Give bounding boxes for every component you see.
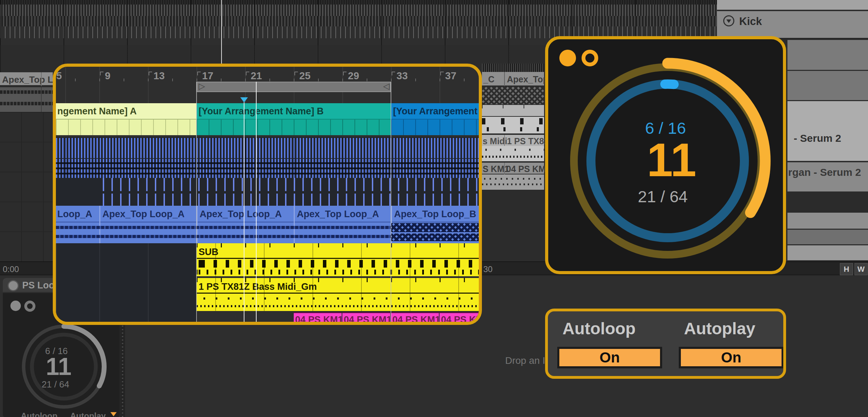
section-clip-b[interactable]: [Your Arrangement Name] B	[197, 103, 391, 135]
midi-dots	[485, 149, 544, 151]
section-clip-a[interactable]: ngement Name] A	[56, 103, 197, 135]
plugin-footer-orange-marker[interactable]	[110, 412, 117, 416]
waveform-thin	[56, 235, 391, 238]
clip-body	[197, 120, 391, 135]
dial-main-value: 11	[46, 353, 72, 381]
bar-number-label: 30	[483, 264, 493, 274]
autoloop-label: Autoloop	[562, 319, 636, 338]
midi-track-dense[interactable]	[56, 137, 479, 178]
loop-clip-label: Apex_Top Loop_A	[200, 209, 282, 220]
waveform	[0, 90, 53, 94]
beat-ruler[interactable]: 5 9 13 17 21 25 29 33 37	[56, 67, 479, 82]
background-playhead	[221, 0, 222, 64]
w-button[interactable]: W	[854, 263, 868, 275]
section-clip-b-label: [Your Arrangement Name] B	[199, 106, 324, 117]
loop-clip-label: Loop_A	[57, 209, 92, 220]
w-button-label: W	[858, 265, 865, 274]
auto-controls-callout: Autoloop Autoplay On On	[545, 309, 786, 379]
note-break	[56, 191, 479, 194]
section-clip-a-label: ngement Name] A	[57, 106, 137, 117]
background-clip-label: 04 PS KM1	[506, 164, 551, 174]
clip-body	[56, 120, 197, 135]
loop-mode-filled-icon[interactable]	[10, 301, 21, 311]
waveform-thin	[56, 226, 391, 229]
ruler-mid-ticks	[75, 79, 479, 81]
track-lane[interactable]	[787, 213, 868, 229]
background-clip-row[interactable]: s Midi 1 PS TX81	[482, 134, 544, 146]
track-lane[interactable]	[787, 245, 868, 260]
midi-dots	[482, 183, 544, 185]
background-clip[interactable]: Apex_Top Lo	[0, 72, 53, 86]
track-name-kick: Kick	[739, 15, 762, 28]
selection-boundary-line	[196, 82, 197, 325]
dial-main-value: 11	[647, 133, 696, 187]
km-clip[interactable]: 04 PS KM1	[294, 312, 342, 325]
playhead-line	[244, 101, 244, 325]
waveform-diamond	[391, 223, 479, 232]
background-midi-dots	[482, 174, 544, 190]
track-lane[interactable]	[787, 40, 868, 70]
midi-dots	[482, 156, 544, 158]
km-clip[interactable]: 04 PS KM1	[342, 312, 390, 325]
fold-triangle	[726, 19, 731, 23]
clip-body	[391, 120, 479, 135]
loop-clip-label: Apex_Top Loop_A	[102, 209, 185, 220]
midi-notes	[487, 127, 544, 131]
loop-clip-label: Apex_Top Loop_A	[297, 209, 379, 220]
pattern-lane	[482, 64, 544, 72]
background-waveform-diamonds	[482, 87, 544, 104]
background-midi-blocks	[482, 117, 544, 133]
background-clip-label: S KM1	[483, 164, 509, 174]
device-activator-icon[interactable]	[8, 280, 19, 291]
audio-loop-row: Loop_A Apex_Top Loop_A Apex_Top Loop_A A…	[56, 206, 479, 243]
autoplay-on-button[interactable]: On	[679, 347, 784, 368]
dial-bottom-value: 21 / 64	[638, 187, 688, 206]
bass-clip[interactable]: 1 PS TX81Z Bass Midi_Gm	[197, 278, 479, 311]
loop-brace-start-icon: ▷	[199, 81, 205, 91]
clip-divider	[504, 163, 505, 174]
waveform-diamond	[391, 234, 479, 241]
midi-dots	[484, 178, 544, 180]
km-clip[interactable]: 04 PS KM1	[440, 312, 479, 325]
h-button[interactable]: H	[840, 263, 853, 275]
bar-lines	[56, 137, 479, 178]
playhead-marker-icon[interactable]	[240, 97, 248, 103]
clip-divider	[504, 135, 505, 147]
loop-mode-outline-icon[interactable]	[24, 301, 35, 312]
loop-brace[interactable]: ▷ ◁	[197, 82, 391, 92]
track-name-organ: rgan - Serum 2	[788, 166, 861, 178]
autoplay-label: Autoplay	[684, 319, 755, 338]
autoloop-on-button[interactable]: On	[557, 347, 662, 368]
background-clip-label: Apex_Top Lo	[2, 74, 59, 85]
track-lane[interactable]	[787, 230, 868, 244]
h-button-label: H	[844, 265, 849, 274]
clip-divider	[41, 87, 42, 112]
track-lane-organ[interactable]: rgan - Serum 2	[787, 162, 868, 191]
track-name-serum: - Serum 2	[794, 132, 841, 144]
background-clip-label: s Midi	[483, 136, 507, 146]
section-clip-c[interactable]: [Your Arrangement	[391, 103, 479, 135]
background-clip-label: Apex_Top	[507, 74, 548, 84]
track-strip	[717, 0, 868, 10]
waveform	[0, 102, 53, 105]
km-clip-label: 04 PS KM1	[295, 314, 343, 325]
background-clip-row[interactable]: _C Apex_Top	[482, 72, 544, 86]
km-clip[interactable]: 04 PS KM1	[391, 312, 439, 325]
autoloop-on-label: On	[600, 349, 620, 366]
drop-hint-text: Drop an I	[505, 355, 545, 366]
km-clip-label: 04 PS KM1	[392, 314, 440, 325]
ruler-number: 5	[56, 70, 62, 82]
bar-lines	[197, 278, 479, 311]
midi-track-sparse[interactable]	[56, 178, 479, 206]
track-header-kick[interactable]: Kick	[717, 11, 868, 39]
background-clip-row[interactable]: S KM1 04 PS KM1	[482, 162, 544, 174]
fold-track-icon[interactable]	[723, 15, 734, 26]
ableton-screenshot: Apex_Top Lo _C Apex_Top s Midi 1 PS TX81	[0, 0, 868, 417]
clip-title-bar: ngement Name] A	[56, 103, 197, 120]
track-lane-serum[interactable]: - Serum 2	[787, 101, 868, 161]
track-lane[interactable]	[787, 71, 868, 100]
sub-clip[interactable]: SUB	[197, 243, 479, 276]
clip-title-bar: [Your Arrangement	[391, 103, 479, 120]
dial-bottom-value: 21 / 64	[42, 379, 69, 390]
background-midi-dots	[482, 146, 544, 161]
